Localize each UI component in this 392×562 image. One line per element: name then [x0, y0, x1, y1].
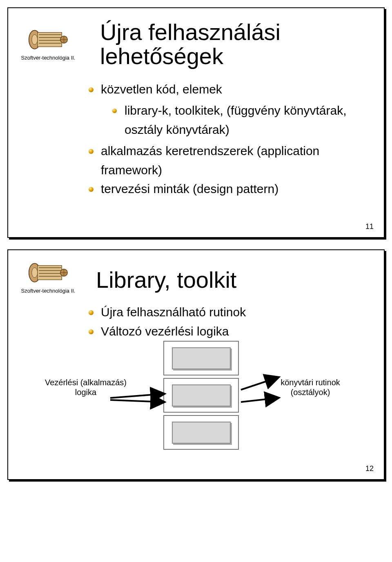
logo-caption: Szoftver-technológia II.: [20, 288, 77, 294]
slide-frame: Szoftver-technológia II. Újra felhasznál…: [7, 7, 385, 238]
bullet-item: Újra felhasználható rutinok: [88, 303, 365, 322]
routine-box: [172, 347, 231, 369]
svg-point-1: [32, 35, 38, 45]
bullet-list: Újra felhasználható rutinok Változó vezé…: [88, 303, 365, 341]
bullet-list: közvetlen kód, elemek library-k, toolkit…: [88, 80, 365, 199]
sub-list: library-k, toolkitek, (függvény könyvtár…: [112, 101, 365, 139]
diagram-right-label: könyvtári rutinok (osztályok): [270, 378, 351, 397]
slide-2: Szoftver-technológia II. Library, toolki…: [0, 242, 392, 484]
slide-frame: Szoftver-technológia II. Library, toolki…: [7, 249, 385, 480]
bullet-item: Változó vezérlési logika: [88, 322, 365, 341]
diagram-left-label: Vezérlési (alkalmazás) logika: [41, 378, 131, 397]
svg-line-21: [110, 400, 163, 402]
page-number: 11: [365, 222, 374, 231]
machine-icon: [26, 258, 71, 287]
bullet-item: alkalmazás keretrendszerek (application …: [88, 142, 365, 180]
slide-title: Újra felhasználási lehetőségek: [100, 20, 365, 69]
logo-caption: Szoftver-technológia II.: [20, 55, 77, 61]
bullet-item: közvetlen kód, elemek library-k, toolkit…: [88, 80, 365, 140]
bullet-item: tervezési minták (design pattern): [88, 180, 365, 199]
module-box: [163, 341, 239, 375]
logo-block: Szoftver-technológia II.: [20, 258, 77, 294]
sub-item: library-k, toolkitek, (függvény könyvtár…: [112, 101, 365, 139]
diagram-boxes: [163, 341, 241, 452]
page-number: 12: [365, 464, 374, 473]
svg-line-23: [241, 398, 278, 402]
module-box: [163, 415, 239, 450]
bullet-text: közvetlen kód, elemek: [101, 82, 222, 96]
routine-box: [172, 422, 231, 444]
logo-block: Szoftver-technológia II.: [20, 25, 77, 61]
slide-title: Library, toolkit: [96, 267, 365, 293]
svg-point-11: [32, 268, 38, 278]
routine-box: [172, 384, 231, 407]
diagram: Vezérlési (alkalmazás) logika könyvtári …: [41, 349, 351, 455]
machine-icon: [26, 25, 71, 54]
module-box: [163, 378, 239, 413]
slide-1: Szoftver-technológia II. Újra felhasznál…: [0, 0, 392, 242]
